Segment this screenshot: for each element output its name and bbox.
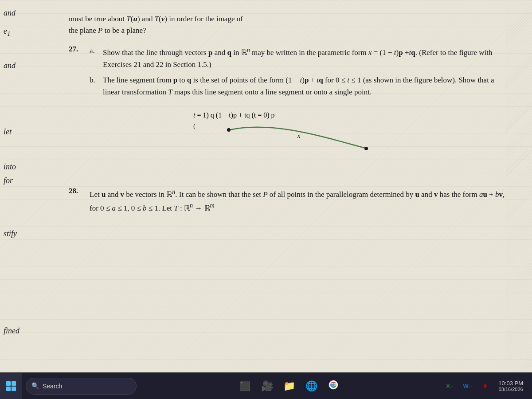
windows-icon bbox=[6, 381, 16, 391]
taskbar-right: X≡ W≡ ♦ 10:03 PM 03/16/2026 bbox=[442, 376, 532, 396]
taskbar-video-app[interactable]: 🎥 bbox=[257, 376, 277, 396]
acrobat-label: ♦ bbox=[483, 381, 487, 391]
page-content: and e1 and let into for stify fined must… bbox=[0, 0, 532, 372]
problem-27-part-b-text: The line segment from p to q is the set … bbox=[103, 74, 505, 178]
margin-let: let bbox=[0, 125, 33, 138]
taskbar-folder-app[interactable]: 📁 bbox=[279, 376, 299, 396]
diagram-svg: x ( bbox=[193, 111, 415, 164]
system-clock[interactable]: 10:03 PM 03/16/2026 bbox=[495, 380, 527, 392]
x-label: x bbox=[297, 132, 301, 139]
win-dot-br bbox=[12, 387, 16, 391]
continuation-line1: must be true about T(u) and T(v) in orde… bbox=[69, 15, 243, 23]
problem-27-part-b: b. The line segment from p to q is the s… bbox=[69, 74, 505, 178]
content-area: must be true about T(u) and T(v) in orde… bbox=[69, 9, 505, 214]
word-label: W≡ bbox=[463, 383, 472, 389]
taskbar-desktop-button[interactable]: ⬛ bbox=[235, 376, 254, 396]
win-dot-bl bbox=[6, 387, 11, 391]
problem-27-number: 27. bbox=[69, 45, 84, 70]
video-icon: 🎥 bbox=[261, 380, 273, 392]
win-dot-tr bbox=[12, 381, 16, 386]
problem-27: 27. a. Show that the line through vector… bbox=[69, 45, 505, 178]
taskbar-chrome-app[interactable] bbox=[324, 376, 343, 396]
word-icon-taskbar[interactable]: W≡ bbox=[459, 376, 475, 396]
t1-label: ( bbox=[193, 122, 196, 130]
search-label: Search bbox=[43, 383, 62, 390]
taskbar-edge-app[interactable]: 🌐 bbox=[301, 376, 321, 396]
problem-28-text: Let u and v be vectors in ℝn. It can be … bbox=[90, 187, 505, 214]
acrobat-icon-taskbar[interactable]: ♦ bbox=[477, 376, 493, 396]
math-diagram: x (t = 1) q (1 – t)p + tq (t = 0) p bbox=[193, 111, 415, 164]
margin-for: for bbox=[0, 174, 33, 187]
excel-label: X≡ bbox=[446, 383, 453, 389]
p-point bbox=[364, 147, 368, 150]
top-continuation: must be true about T(u) and T(v) in orde… bbox=[69, 13, 505, 37]
problem-28-row: 28. Let u and v be vectors in ℝn. It can… bbox=[69, 187, 505, 214]
problem-27-part-b-label: b. bbox=[90, 74, 98, 178]
q-point bbox=[227, 128, 231, 132]
left-margin: and e1 and let into for stify fined bbox=[0, 0, 33, 337]
math-diagram-container: x (t = 1) q (1 – t)p + tq (t = 0) p bbox=[103, 109, 505, 167]
problem-27-part-a-label: a. bbox=[90, 45, 98, 70]
problem-28: 28. Let u and v be vectors in ℝn. It can… bbox=[69, 187, 505, 214]
margin-into: into bbox=[0, 160, 33, 173]
clock-time: 10:03 PM bbox=[498, 380, 523, 387]
taskbar-apps: ⬛ 🎥 📁 🌐 bbox=[137, 376, 442, 396]
margin-e1: e1 bbox=[0, 25, 33, 39]
taskbar: 🔍 Search ⬛ 🎥 📁 🌐 bbox=[0, 372, 532, 399]
spacer-27b bbox=[69, 74, 84, 178]
problem-27-part-a: 27. a. Show that the line through vector… bbox=[69, 45, 505, 70]
problem-28-number: 28. bbox=[69, 187, 84, 214]
continuation-line2: the plane P to be a plane? bbox=[69, 26, 146, 35]
edge-icon: 🌐 bbox=[305, 380, 317, 392]
excel-icon-taskbar[interactable]: X≡ bbox=[442, 376, 458, 396]
clock-date: 03/16/2026 bbox=[499, 387, 523, 392]
start-button[interactable] bbox=[0, 373, 22, 399]
chrome-icon bbox=[329, 380, 338, 392]
margin-fined: fined bbox=[0, 325, 33, 337]
problem-27-part-a-text: Show that the line through vectors p and… bbox=[103, 45, 505, 70]
search-bar[interactable]: 🔍 Search bbox=[26, 378, 137, 395]
part-b-sentence-1: The line segment from p to q is the set … bbox=[103, 76, 494, 96]
folder-icon: 📁 bbox=[283, 380, 295, 392]
margin-stify: stify bbox=[0, 227, 33, 240]
search-icon: 🔍 bbox=[31, 382, 39, 390]
desktop-icon: ⬛ bbox=[239, 381, 250, 391]
svg-point-2 bbox=[332, 383, 335, 386]
margin-and-2: and bbox=[0, 59, 33, 72]
win-dot-tl bbox=[6, 381, 11, 386]
margin-and-top: and bbox=[0, 7, 33, 20]
